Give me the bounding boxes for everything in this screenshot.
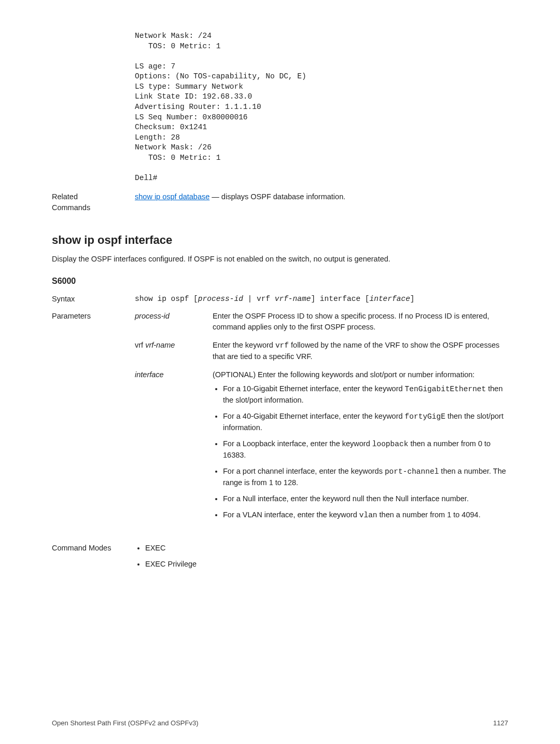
syntax-ital: interface (370, 295, 410, 303)
syntax-text: ] (410, 295, 415, 303)
list-item: EXEC Privilege (145, 559, 508, 570)
related-commands-content: show ip ospf database — displays OSPF da… (135, 191, 345, 213)
page-footer: Open Shortest Path First (OSPFv2 and OSP… (52, 719, 508, 728)
list-item: For a Null interface, enter the keyword … (223, 493, 508, 504)
bullet-text: For a Null interface, enter the keyword … (223, 494, 469, 503)
param-name-vrf: vrf vrf-name (135, 340, 213, 362)
param-row: vrf vrf-name Enter the keyword vrf follo… (135, 340, 508, 362)
related-after-text: — displays OSPF database information. (209, 192, 345, 201)
interface-options-list: For a 10-Gigabit Ethernet interface, ent… (213, 383, 508, 521)
bullet-text: For a Loopback interface, enter the keyw… (223, 439, 372, 448)
model-label: S6000 (52, 275, 508, 287)
list-item: For a VLAN interface, enter the keyword … (223, 509, 508, 521)
list-item: For a port channel interface, enter the … (223, 466, 508, 488)
inline-code: vrf (275, 341, 289, 350)
list-item: For a Loopback interface, enter the keyw… (223, 438, 508, 461)
bullet-text: For a port channel interface, enter the … (223, 467, 385, 475)
command-modes-label: Command Modes (52, 543, 135, 575)
param-desc: Enter the OSPF Process ID to show a spec… (213, 311, 508, 333)
command-modes-content: EXEC EXEC Privilege (135, 543, 508, 575)
syntax-ital: process-id (198, 295, 243, 303)
syntax-ital: vrf-name (275, 295, 311, 303)
inline-code: TenGigabitEthernet (405, 385, 486, 393)
cli-output-block: Network Mask: /24 TOS: 0 Metric: 1 LS ag… (135, 31, 508, 183)
footer-left: Open Shortest Path First (OSPFv2 and OSP… (52, 719, 199, 728)
syntax-content: show ip ospf [process-id | vrf vrf-name]… (135, 294, 508, 305)
list-item: EXEC (145, 543, 508, 554)
param-text: Enter the keyword (213, 341, 275, 349)
list-item: For a 10-Gigabit Ethernet interface, ent… (223, 383, 508, 406)
syntax-text: ] interface [ (311, 295, 369, 303)
syntax-row: Syntax show ip ospf [process-id | vrf vr… (52, 294, 508, 305)
bullet-text: then a number from 1 to 4094. (377, 511, 481, 519)
param-desc: Enter the keyword vrf followed by the na… (213, 340, 508, 362)
related-commands-label: Related Commands (52, 191, 104, 213)
bullet-text: For a 40-Gigabit Ethernet interface, ent… (223, 412, 405, 420)
param-name-process-id: process-id (135, 311, 213, 333)
footer-page-number: 1127 (493, 719, 508, 728)
section-heading: show ip ospf interface (52, 232, 508, 249)
related-commands-row: Related Commands show ip ospf database —… (52, 191, 508, 213)
inline-code: vlan (359, 511, 377, 519)
command-modes-row: Command Modes EXEC EXEC Privilege (52, 543, 508, 575)
param-intro: (OPTIONAL) Enter the following keywords … (213, 369, 508, 380)
parameters-content: process-id Enter the OSPF Process ID to … (135, 311, 508, 533)
inline-code: fortyGigE (405, 412, 445, 421)
syntax-label: Syntax (52, 294, 135, 305)
parameters-label: Parameters (52, 311, 135, 533)
list-item: For a 40-Gigabit Ethernet interface, ent… (223, 411, 508, 433)
param-desc: (OPTIONAL) Enter the following keywords … (213, 369, 508, 526)
param-name-interface: interface (135, 369, 213, 526)
param-row: process-id Enter the OSPF Process ID to … (135, 311, 508, 333)
section-description: Display the OSPF interfaces configured. … (52, 254, 508, 265)
param-row: interface (OPTIONAL) Enter the following… (135, 369, 508, 526)
syntax-text: show ip ospf [ (135, 295, 198, 303)
syntax-text: | vrf (243, 295, 275, 303)
inline-code: port-channel (385, 467, 439, 476)
modes-list: EXEC EXEC Privilege (135, 543, 508, 570)
inline-code: loopback (372, 440, 409, 448)
bullet-text: For a VLAN interface, enter the keyword (223, 511, 359, 519)
related-link[interactable]: show ip ospf database (135, 192, 209, 201)
param-name-ital: vrf-name (145, 341, 175, 349)
bullet-text: For a 10-Gigabit Ethernet interface, ent… (223, 384, 405, 393)
parameters-row: Parameters process-id Enter the OSPF Pro… (52, 311, 508, 533)
param-name-prefix: vrf (135, 341, 145, 349)
